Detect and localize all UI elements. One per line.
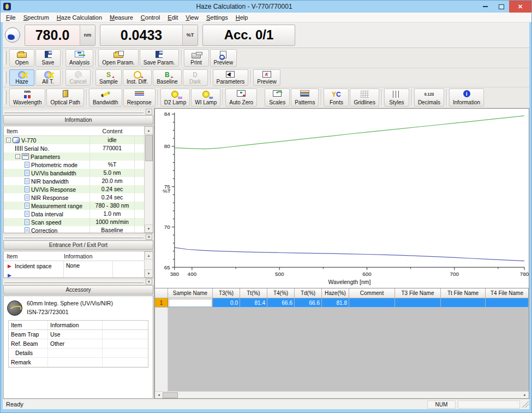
column-header-comment[interactable]: Comment [349,288,395,298]
tree-row-nir-bandwidth[interactable]: NIR bandwidth20.0 nm [4,177,144,185]
column-header-content[interactable]: Content [90,128,135,134]
d2-lamp-button[interactable]: D2 Lamp [160,88,190,107]
print-button[interactable]: Print [184,49,209,67]
inst-diff-button[interactable]: Inst. Diff. [123,69,152,86]
splitter-bar[interactable] [4,111,144,113]
panel-close-icon[interactable]: ✕ [146,234,152,240]
column-header-item[interactable]: Item [4,253,64,259]
information-panel-splitter[interactable]: ✕ [3,108,154,115]
cell-t4-file-name[interactable] [486,298,529,308]
parameters-button[interactable]: Parameters [213,69,249,86]
port-panel-splitter[interactable]: ✕ [3,233,154,240]
collapse-icon[interactable]: - [15,154,20,159]
port-row[interactable] [4,270,144,278]
sample-name-cell[interactable] [168,298,213,308]
toolbar-grip[interactable] [4,91,7,104]
scroll-down-icon[interactable]: ▼ [145,225,153,233]
results-row[interactable]: 10.081.466.666.681.8 [155,298,529,308]
sample-button[interactable]: Sample [95,69,122,86]
port-row-incident-space[interactable]: Incident spaceNone [4,261,144,270]
tree-row-scan-speed[interactable]: Scan speed1000 nm/min [4,218,144,226]
close-button[interactable]: ✕ [509,1,531,13]
column-header-tt[interactable]: Tt(%) [240,288,267,298]
fonts-button[interactable]: Fonts [324,88,349,107]
resize-grip[interactable] [522,401,529,408]
maximize-button[interactable] [493,1,509,13]
tree-row-serial-no[interactable]: Serial No.770001 [4,144,144,152]
splitter-bar[interactable] [4,281,144,283]
column-header-tt-file-name[interactable]: Tt File Name [441,288,486,298]
menu-item-haze-calculation[interactable]: Haze Calculation [53,13,106,22]
menu-item-measure[interactable]: Measure [106,13,137,22]
decimals-button[interactable]: Decimals [414,88,444,107]
collapse-icon[interactable]: - [6,138,11,143]
preview-button[interactable]: Preview [253,69,280,86]
tree-row-parameters[interactable]: -Parameters [4,152,144,161]
patterns-button[interactable]: Patterns [291,88,319,107]
cell-comment[interactable] [349,298,395,308]
styles-button[interactable]: Styles [384,88,409,107]
gridlines-button[interactable]: Gridlines [350,88,379,107]
row-number-cell[interactable]: 1 [155,298,168,308]
information-scrollbar[interactable]: ▲ ▼ [144,126,153,233]
column-header-item[interactable]: Item [9,321,48,329]
tree-row-measurement-range[interactable]: Measurement range780 - 380 nm [4,202,144,210]
column-header-sample-name[interactable]: Sample Name [168,288,213,298]
tree-row-v-770[interactable]: -V-770idle [4,136,144,144]
scroll-down-icon[interactable]: ▼ [145,269,153,278]
wavelength-button[interactable]: Wavelength [9,88,45,107]
results-hscrollbar[interactable]: ◄ ► [155,391,529,398]
menu-item-spectrum[interactable]: Spectrum [20,13,53,22]
preview-button[interactable]: Preview [210,49,237,67]
bandwidth-button[interactable]: Bandwidth [89,88,122,107]
column-header-t3[interactable]: T3(%) [213,288,240,298]
tree-row-data-interval[interactable]: Data interval1.0 nm [4,210,144,218]
column-header-information[interactable]: Information [48,321,103,329]
toolbar-grip[interactable] [4,72,7,84]
information-button[interactable]: Information [449,88,484,107]
menu-item-file[interactable]: File [2,13,20,22]
menu-item-view[interactable]: View [182,13,202,22]
splitter-bar[interactable] [4,236,144,238]
analysis-button[interactable]: Analysis [65,49,93,67]
tree-row-uv-vis-response[interactable]: UV/Vis Response0.24 sec [4,185,144,193]
scroll-up-icon[interactable]: ▲ [145,251,153,259]
scales-button[interactable]: Scales [265,88,290,107]
column-header-haze[interactable]: Haze(%) [322,288,349,298]
response-button[interactable]: Response [123,88,156,107]
cell-t4[interactable]: 66.6 [267,298,295,308]
scroll-up-icon[interactable]: ▲ [145,126,153,134]
scroll-right-icon[interactable]: ► [521,392,529,399]
toolbar-grip[interactable] [4,51,7,64]
panel-close-icon[interactable]: ✕ [146,109,152,115]
column-header-t4[interactable]: T4(%) [267,288,295,298]
haze-button[interactable]: Haze [9,69,34,86]
column-header-item[interactable]: Item [4,128,90,134]
column-header-t4-file-name[interactable]: T4 File Name [486,288,529,298]
cell-tt[interactable]: 81.4 [240,298,267,308]
cell-t3-file-name[interactable] [395,298,441,308]
optical-path-button[interactable]: Optical Path [46,88,83,107]
open-param-button[interactable]: Open Param. [98,49,138,67]
open-button[interactable]: Open [9,49,34,67]
save-param-button[interactable]: Save Param. [140,49,179,67]
cell-t3[interactable]: 0.0 [213,298,240,308]
port-scrollbar[interactable]: ▲ ▼ [144,251,153,278]
menu-item-edit[interactable]: Edit [164,13,182,22]
scrollbar-thumb[interactable] [145,135,153,161]
tree-row-uv-vis-bandwidth[interactable]: UV/Vis bandwidth5.0 nm [4,169,144,177]
tree-row-correction[interactable]: CorrectionBaseline [4,226,144,233]
menu-item-control[interactable]: Control [137,13,164,22]
wi-lamp-button[interactable]: WI Lamp [191,88,220,107]
tree-row-nir-response[interactable]: NIR Response0.24 sec [4,193,144,202]
column-header-td[interactable]: Td(%) [295,288,322,298]
scrollbar-thumb[interactable] [163,392,178,398]
wavelength-unit-button[interactable]: nm [80,25,95,45]
column-header-information[interactable]: Information [64,253,113,259]
scroll-left-icon[interactable]: ◄ [155,392,163,399]
cell-td[interactable]: 66.6 [295,298,322,308]
auto-zero-button[interactable]: Auto Zero [225,88,257,107]
all-t-button[interactable]: All T. [35,69,61,86]
menu-item-help[interactable]: Help [232,13,252,22]
column-header-t3-file-name[interactable]: T3 File Name [395,288,441,298]
